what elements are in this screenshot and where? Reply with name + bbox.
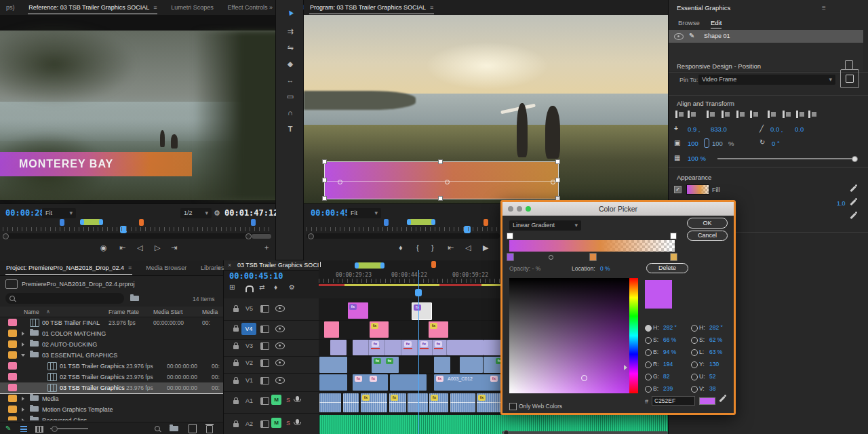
- timeline-clip[interactable]: [460, 357, 483, 373]
- button-editor-plus[interactable]: +: [264, 243, 269, 252]
- voiceover-mic-icon[interactable]: [296, 396, 299, 401]
- track-label-v2[interactable]: V2: [245, 359, 253, 366]
- ok-button[interactable]: OK: [687, 218, 728, 229]
- solo-button[interactable]: S: [286, 420, 290, 427]
- hand-tool[interactable]: ∩: [285, 107, 296, 118]
- stroke-eyedropper-icon[interactable]: [849, 197, 858, 206]
- timeline-timecode[interactable]: 00:00:45:10: [229, 271, 283, 281]
- step-back-button[interactable]: ◁: [137, 243, 142, 252]
- tab-program[interactable]: Program: 03 TSB Trailer Graphics SOCIAL≡: [304, 0, 439, 15]
- lock-icon[interactable]: [233, 328, 239, 332]
- link-scale-icon[interactable]: [704, 138, 709, 148]
- bin-icon[interactable]: [130, 296, 139, 301]
- new-item-icon[interactable]: [189, 424, 197, 433]
- mute-button[interactable]: M: [271, 418, 281, 428]
- breadcrumb[interactable]: PremierePro_NAB2018_Drop_02.4.prproj: [22, 281, 135, 288]
- project-row[interactable]: Recovered Clips: [0, 415, 223, 420]
- export-frame-icon[interactable]: ◉: [100, 243, 107, 252]
- project-row[interactable]: Media: [0, 393, 223, 404]
- scale-value[interactable]: 100: [688, 140, 698, 147]
- marker-orange[interactable]: [484, 219, 488, 226]
- timeline-clip[interactable]: fx: [370, 321, 389, 338]
- shape-handle-nw[interactable]: [322, 159, 327, 164]
- gradient-bar[interactable]: [509, 240, 675, 252]
- marker-blue[interactable]: [251, 219, 256, 226]
- column-media[interactable]: Media: [202, 309, 218, 315]
- location-value[interactable]: 0 %: [600, 265, 610, 272]
- track-select-forward-tool[interactable]: ⇉: [285, 26, 296, 37]
- radio-h2[interactable]: [691, 325, 698, 332]
- shape-handle-sw[interactable]: [322, 196, 327, 201]
- audio-clip[interactable]: fx: [389, 393, 406, 412]
- track-label-a1[interactable]: A1: [245, 397, 253, 404]
- go-to-in-button[interactable]: ⇤: [119, 243, 125, 252]
- stroke-width-value[interactable]: 1.0: [837, 200, 846, 207]
- timeline-clip[interactable]: [319, 357, 347, 373]
- slip-tool[interactable]: ↔: [285, 75, 296, 85]
- scrollbar-left-knob[interactable]: [3, 233, 9, 239]
- find-icon[interactable]: [155, 426, 160, 431]
- lock-icon[interactable]: [233, 345, 239, 349]
- timeline-clip[interactable]: fxfx: [372, 357, 399, 373]
- search-box[interactable]: [5, 293, 124, 304]
- color-field[interactable]: [509, 278, 633, 393]
- timeline-clip[interactable]: [434, 357, 450, 373]
- track-label-v1[interactable]: V1: [245, 377, 253, 384]
- timeline-clip[interactable]: fx: [348, 302, 368, 319]
- sequence-marker-orange[interactable]: [431, 261, 436, 268]
- icon-view-icon[interactable]: [35, 426, 43, 433]
- audio-clip[interactable]: [319, 393, 341, 412]
- shadow-eyedropper-icon[interactable]: [849, 211, 858, 220]
- timeline-h-scrollbar[interactable]: [502, 431, 668, 434]
- gradient-end-handle[interactable]: [551, 180, 555, 184]
- scale-linked-value[interactable]: 100: [712, 140, 723, 147]
- source-patch-icon[interactable]: [260, 359, 269, 367]
- zoom-slider-handle[interactable]: [52, 426, 58, 432]
- distribute-v-icon[interactable]: [808, 111, 817, 118]
- ripple-edit-tool[interactable]: ⇋: [285, 42, 296, 53]
- marker-blue[interactable]: [60, 219, 64, 226]
- lock-icon[interactable]: [233, 362, 239, 366]
- tab-overflow-icon[interactable]: »: [217, 264, 220, 271]
- shape-handle-w[interactable]: [322, 178, 327, 182]
- scrollbar-handle[interactable]: [252, 234, 271, 239]
- close-icon[interactable]: ×: [228, 262, 231, 269]
- linked-selection-icon[interactable]: ⇄: [259, 283, 264, 291]
- tab-overflow-icon[interactable]: »: [269, 4, 273, 11]
- marker-orange[interactable]: [139, 219, 144, 226]
- color-stop-gold[interactable]: [670, 253, 677, 261]
- project-row[interactable]: 02 AUTO-DUCKING: [0, 339, 223, 350]
- voiceover-mic-icon[interactable]: [296, 419, 299, 424]
- radio-g[interactable]: [645, 374, 652, 380]
- mark-out-button[interactable]: }: [431, 243, 434, 252]
- zoom-scrollbar[interactable]: [3, 233, 271, 239]
- hue-strip[interactable]: [629, 278, 638, 393]
- lock-icon[interactable]: [233, 380, 239, 384]
- mute-button[interactable]: M: [271, 395, 281, 405]
- panel-menu-icon[interactable]: ≡: [153, 4, 157, 11]
- loop-range-bar[interactable]: [81, 219, 102, 225]
- align-left-icon[interactable]: [707, 111, 715, 118]
- audio-clip[interactable]: fx: [361, 393, 387, 412]
- tab-browse[interactable]: Browse: [678, 19, 700, 26]
- source-patch-icon[interactable]: [260, 342, 269, 350]
- new-bin-icon[interactable]: [170, 426, 178, 431]
- writable-pen-icon[interactable]: ✎: [5, 425, 11, 432]
- timeline-clip[interactable]: fx: [429, 321, 448, 338]
- track-visibility-eye-icon[interactable]: [275, 326, 285, 332]
- opacity-stop-left[interactable]: [507, 233, 513, 239]
- project-row[interactable]: 00 TSB Trailer FINAL23.976 fps00:00:00:0…: [0, 317, 223, 328]
- position-y-value[interactable]: 833.0: [711, 125, 727, 133]
- only-web-colors-checkbox[interactable]: [509, 403, 517, 410]
- align-icon[interactable]: [675, 111, 684, 118]
- track-visibility-eye-icon[interactable]: [275, 377, 285, 384]
- fill-eyedropper-icon[interactable]: [849, 184, 858, 193]
- source-patch-icon[interactable]: [260, 326, 269, 333]
- go-to-in-button[interactable]: ⇤: [448, 243, 454, 252]
- timeline-clip[interactable]: [330, 340, 347, 355]
- timeline-clip[interactable]: fxfx: [418, 340, 448, 355]
- delete-button[interactable]: Delete: [646, 263, 688, 273]
- anchor-x-value[interactable]: 0.0 ,: [770, 125, 783, 133]
- tab-reference[interactable]: Reference: 03 TSB Trailer Graphics SOCIA…: [22, 0, 163, 15]
- cancel-button[interactable]: Cancel: [687, 231, 728, 241]
